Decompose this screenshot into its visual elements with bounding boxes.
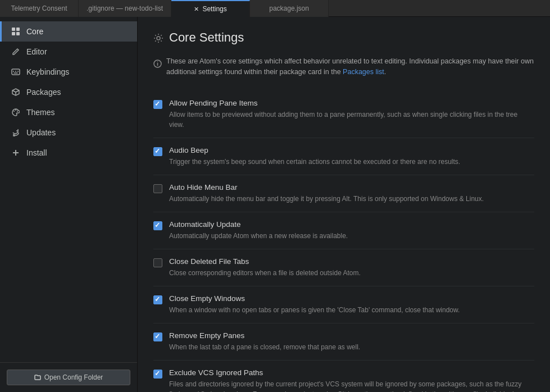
content-area: Core Settings These are Atom's core sett… [138,17,550,392]
plus-icon [11,148,21,158]
setting-title-remove-empty-panes: Remove Empty Panes [169,331,534,340]
sidebar-footer: Open Config Folder [0,362,137,392]
setting-desc-close-empty-windows: When a window with no open tabs or panes… [169,305,534,315]
checkbox-audio-beep[interactable] [153,147,162,156]
setting-text-auto-hide-menu: Auto Hide Menu Bar Automatically hide th… [169,183,534,204]
settings-list: Allow Pending Pane Items Allow items to … [153,91,534,393]
svg-line-11 [16,90,19,92]
checkbox-wrap-auto-update [153,221,162,230]
sidebar-install-label: Install [26,148,47,157]
setting-desc-allow-pending: Allow items to be previewed without addi… [169,110,534,130]
tab-gitignore-label: .gitignore — new-todo-list [87,4,163,12]
checkbox-wrap-audio-beep [153,147,162,156]
sidebar-core-label: Core [26,27,43,36]
sidebar-item-core[interactable]: Core [0,21,137,42]
sidebar-themes-label: Themes [26,108,55,117]
setting-item-allow-pending: Allow Pending Pane Items Allow items to … [153,91,534,138]
sidebar-item-editor[interactable]: Editor [0,42,137,62]
setting-text-close-empty-windows: Close Empty Windows When a window with n… [169,294,534,315]
sidebar-keybindings-label: Keybindings [26,67,69,76]
page-title: Core Settings [169,30,244,45]
setting-title-close-deleted: Close Deleted File Tabs [169,257,534,266]
setting-item-remove-empty-panes: Remove Empty Panes When the last tab of … [153,323,534,361]
setting-desc-auto-hide-menu: Automatically hide the menu bar and togg… [169,194,534,204]
info-box: These are Atom's core settings which aff… [153,56,534,78]
checkbox-remove-empty-panes[interactable] [153,332,162,341]
sidebar-item-packages[interactable]: Packages [0,82,137,102]
refresh-icon [11,127,21,138]
setting-item-close-empty-windows: Close Empty Windows When a window with n… [153,286,534,323]
settings-icon [153,32,163,44]
setting-item-audio-beep: Audio Beep Trigger the system's beep sou… [153,138,534,175]
sidebar-nav: Core Editor [0,17,137,362]
svg-line-10 [12,90,16,92]
tab-settings-label: Settings [202,5,226,13]
checkbox-exclude-vcs[interactable] [153,370,162,379]
setting-title-exclude-vcs: Exclude VCS Ignored Paths [169,368,534,377]
setting-item-auto-hide-menu: Auto Hide Menu Bar Automatically hide th… [153,175,534,212]
setting-item-auto-update: Automatically Update Automatically updat… [153,212,534,249]
edit-icon [11,47,21,57]
checkbox-auto-update[interactable] [153,221,162,230]
checkbox-wrap-exclude-vcs [153,370,162,379]
sidebar-item-themes[interactable]: Themes [0,102,137,122]
setting-desc-exclude-vcs: Files and directories ignored by the cur… [169,379,534,393]
setting-text-close-deleted: Close Deleted File Tabs Close correspond… [169,257,534,278]
svg-rect-0 [12,28,15,31]
sidebar-editor-label: Editor [26,47,47,56]
svg-point-12 [13,111,15,112]
open-config-label: Open Config Folder [44,373,103,381]
svg-point-13 [15,110,16,111]
setting-desc-remove-empty-panes: When the last tab of a pane is closed, r… [169,342,534,352]
tab-gitignore[interactable]: .gitignore — new-todo-list [79,0,171,17]
svg-point-20 [157,61,158,62]
svg-rect-2 [12,32,15,35]
sidebar-updates-label: Updates [26,128,56,137]
tab-telemetry[interactable]: Telemetry Consent [0,0,79,17]
setting-desc-auto-update: Automatically update Atom when a new rel… [169,231,534,241]
setting-text-remove-empty-panes: Remove Empty Panes When the last tab of … [169,331,534,352]
checkbox-allow-pending[interactable] [153,100,162,109]
checkbox-close-empty-windows[interactable] [153,295,162,304]
sidebar-item-keybindings[interactable]: Keybindings [0,62,137,82]
sidebar-packages-label: Packages [26,88,61,97]
setting-text-allow-pending: Allow Pending Pane Items Allow items to … [169,99,534,130]
setting-text-exclude-vcs: Exclude VCS Ignored Paths Files and dire… [169,368,534,393]
setting-title-auto-hide-menu: Auto Hide Menu Bar [169,183,534,192]
setting-desc-audio-beep: Trigger the system's beep sound when cer… [169,157,534,167]
setting-title-allow-pending: Allow Pending Pane Items [169,99,534,107]
tab-bar: Telemetry Consent .gitignore — new-todo-… [0,0,550,17]
setting-title-auto-update: Automatically Update [169,220,534,229]
checkbox-auto-hide-menu[interactable] [153,184,162,193]
sidebar-item-updates[interactable]: Updates [0,122,137,143]
packages-list-link[interactable]: Packages list [343,68,384,76]
svg-rect-3 [16,32,20,35]
setting-item-close-deleted: Close Deleted File Tabs Close correspond… [153,249,534,286]
setting-title-close-empty-windows: Close Empty Windows [169,294,534,303]
tab-spacer [329,0,550,17]
close-icon[interactable]: ✕ [194,6,199,13]
keyboard-icon [11,67,21,77]
checkbox-wrap-close-empty-windows [153,295,162,304]
box-icon [11,87,21,97]
tab-telemetry-label: Telemetry Consent [11,4,67,12]
main-layout: Core Editor [0,17,550,392]
setting-text-auto-update: Automatically Update Automatically updat… [169,220,534,241]
open-config-button[interactable]: Open Config Folder [7,370,130,385]
setting-title-audio-beep: Audio Beep [169,146,534,154]
info-text: These are Atom's core settings which aff… [166,56,534,78]
tab-package[interactable]: package.json [250,0,329,17]
tab-settings[interactable]: ✕ Settings [171,0,250,17]
setting-text-audio-beep: Audio Beep Trigger the system's beep sou… [169,146,534,167]
sidebar-item-install[interactable]: Install [0,143,137,163]
content-header: Core Settings [153,30,534,45]
setting-desc-close-deleted: Close corresponding editors when a file … [169,268,534,278]
checkbox-wrap-allow-pending [153,100,162,109]
info-icon [153,57,162,70]
checkbox-close-deleted[interactable] [153,258,162,267]
checkbox-wrap-remove-empty-panes [153,332,162,341]
svg-point-14 [17,111,18,112]
sidebar: Core Editor [0,17,138,392]
paint-icon [11,107,21,117]
tab-package-label: package.json [269,4,309,12]
